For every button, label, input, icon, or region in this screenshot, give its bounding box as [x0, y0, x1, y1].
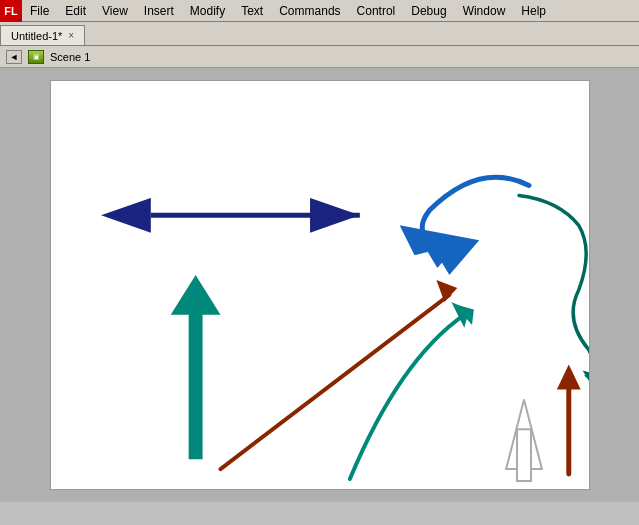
menu-help[interactable]: Help: [513, 2, 554, 20]
tab-title: Untitled-1*: [11, 30, 62, 42]
menu-debug[interactable]: Debug: [403, 2, 454, 20]
drawing-canvas[interactable]: [50, 80, 590, 490]
scene-icon: ▣: [28, 50, 44, 64]
menu-edit[interactable]: Edit: [57, 2, 94, 20]
svg-marker-15: [583, 374, 588, 388]
menu-text[interactable]: Text: [233, 2, 271, 20]
svg-marker-7: [170, 275, 220, 315]
document-tab[interactable]: Untitled-1* ×: [0, 25, 85, 45]
svg-marker-13: [399, 225, 479, 275]
menu-insert[interactable]: Insert: [136, 2, 182, 20]
svg-drawing: [51, 81, 589, 489]
svg-marker-9: [436, 280, 457, 302]
menu-control[interactable]: Control: [349, 2, 404, 20]
scene-label: Scene 1: [50, 51, 90, 63]
menu-window[interactable]: Window: [455, 2, 514, 20]
tab-bar: Untitled-1* ×: [0, 22, 639, 46]
menu-view[interactable]: View: [94, 2, 136, 20]
menu-modify[interactable]: Modify: [182, 2, 233, 20]
menu-bar: FL File Edit View Insert Modify Text Com…: [0, 0, 639, 22]
svg-rect-17: [517, 429, 531, 481]
back-button[interactable]: ◄: [6, 50, 22, 64]
svg-marker-19: [556, 365, 580, 390]
breadcrumb: ◄ ▣ Scene 1: [0, 46, 639, 68]
svg-line-8: [220, 295, 449, 469]
tab-close-button[interactable]: ×: [68, 30, 74, 41]
menu-commands[interactable]: Commands: [271, 2, 348, 20]
menu-file[interactable]: File: [22, 2, 57, 20]
main-area: [0, 68, 639, 502]
app-icon: FL: [0, 0, 22, 22]
